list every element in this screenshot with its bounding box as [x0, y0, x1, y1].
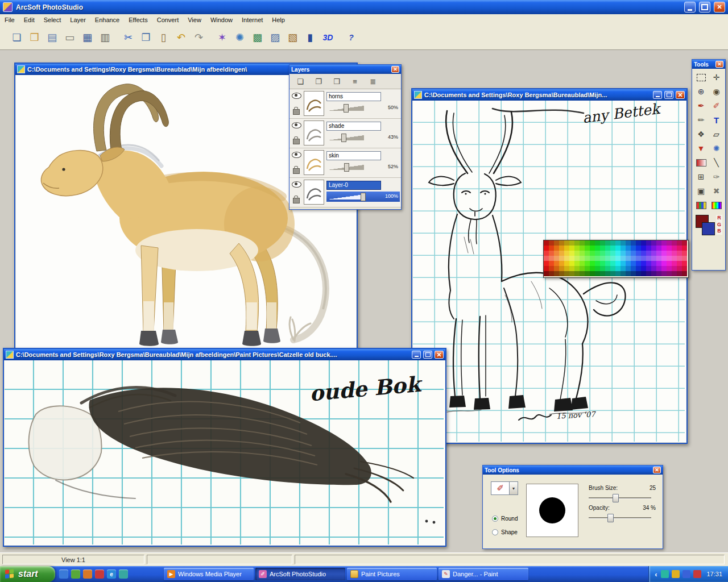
copy-button[interactable]: ❐	[137, 29, 155, 47]
layer-opacity-slider[interactable]: 52%	[326, 162, 400, 172]
palette-color-cell[interactable]	[621, 251, 626, 256]
brush-size-slider-thumb[interactable]	[613, 494, 619, 502]
palette-color-cell[interactable]	[580, 271, 585, 276]
palette-color-cell[interactable]	[559, 266, 564, 271]
palette-color-cell[interactable]	[646, 261, 651, 266]
palette-color-cell[interactable]	[580, 246, 585, 251]
palette-color-cell[interactable]	[682, 256, 687, 261]
palette-color-cell[interactable]	[610, 251, 615, 256]
layer-thumbnail[interactable]	[304, 180, 324, 205]
layer-visibility-icon[interactable]	[292, 93, 301, 99]
rect-select-tool[interactable]	[694, 70, 709, 84]
menu-item-enhance[interactable]: Enhance	[90, 14, 124, 26]
eyedropper-tool[interactable]: ✑	[709, 170, 724, 184]
palette-color-cell[interactable]	[544, 240, 549, 246]
menu-item-help[interactable]: Help	[267, 14, 289, 26]
toolbar[interactable]: ❏❒▤▭▦▥✂❐▯↶↷✶✺▩▨▧▮3D?	[0, 26, 728, 50]
palette-color-cell[interactable]	[549, 240, 554, 246]
palette-color-cell[interactable]	[615, 266, 621, 271]
maximize-button[interactable]	[699, 2, 710, 13]
palette-color-cell[interactable]	[559, 271, 564, 276]
palette-color-cell[interactable]	[621, 240, 626, 246]
palette-color-cell[interactable]	[677, 266, 682, 271]
fill-tool[interactable]: ▼	[694, 142, 709, 155]
quick-launch-2[interactable]	[71, 569, 80, 579]
palette-color-cell[interactable]	[646, 246, 651, 251]
palette-color-cell[interactable]	[610, 266, 615, 271]
palette-color-cell[interactable]	[610, 256, 615, 261]
tray-icon-1[interactable]	[661, 570, 669, 578]
quick-launch-1[interactable]	[59, 569, 68, 579]
quick-launch-3[interactable]	[83, 569, 92, 579]
tool-options-panel[interactable]: Tool Options ✕ ✐ ▼ Brush Size: 25 Opacit…	[482, 465, 663, 549]
palette-color-cell[interactable]	[651, 240, 656, 246]
palette-color-cell[interactable]	[595, 240, 600, 246]
palette-color-cell[interactable]	[549, 261, 554, 266]
palette-color-cell[interactable]	[595, 246, 600, 251]
palette-color-cell[interactable]	[641, 261, 646, 266]
palette-color-cell[interactable]	[605, 256, 610, 261]
chevron-down-icon[interactable]: ▼	[510, 481, 518, 495]
palette-color-cell[interactable]	[569, 246, 574, 251]
layer-visibility-icon[interactable]	[292, 181, 301, 188]
palette-color-cell[interactable]	[631, 271, 636, 276]
menu-item-file[interactable]: File	[0, 14, 19, 26]
palette-color-cell[interactable]	[672, 261, 677, 266]
palette-color-cell[interactable]	[564, 271, 569, 276]
palette-color-cell[interactable]	[564, 246, 569, 251]
palette-color-cell[interactable]	[656, 271, 661, 276]
layer-row-shade[interactable]: shade43%	[289, 119, 401, 148]
palette-color-cell[interactable]	[544, 261, 549, 266]
document-3-titlebar[interactable]: C:\Documents and Settings\Roxy Bergsma\B…	[4, 349, 445, 360]
quick-launch-6[interactable]	[119, 569, 128, 579]
palette-color-cell[interactable]	[585, 240, 590, 246]
palette-color-cell[interactable]	[626, 256, 631, 261]
palette-color-cell[interactable]	[682, 246, 687, 251]
palette-color-cell[interactable]	[682, 240, 687, 246]
move-tool[interactable]: ✛	[709, 70, 724, 84]
palette-color-cell[interactable]	[646, 256, 651, 261]
palette-color-cell[interactable]	[544, 251, 549, 256]
palette-color-cell[interactable]	[600, 246, 605, 251]
crop-tool[interactable]: ⊞	[694, 170, 709, 184]
acquire-button[interactable]: ▭	[61, 29, 78, 47]
macro-button[interactable]: ▮	[301, 29, 319, 47]
palette-color-cell[interactable]	[580, 256, 585, 261]
minimize-button[interactable]	[653, 91, 662, 99]
menu-item-edit[interactable]: Edit	[19, 14, 39, 26]
layer-thumbnail[interactable]	[304, 150, 324, 175]
close-button[interactable]: ✕	[715, 61, 723, 68]
palette-color-cell[interactable]	[667, 240, 672, 246]
palette-color-cell[interactable]	[667, 246, 672, 251]
merge-all-button[interactable]: ≣	[367, 76, 379, 86]
palette-color-cell[interactable]	[636, 246, 641, 251]
palette-color-cell[interactable]	[621, 246, 626, 251]
palette-color-cell[interactable]	[590, 271, 595, 276]
brush-tool[interactable]: ✐	[709, 99, 724, 113]
palette-color-cell[interactable]	[605, 240, 610, 246]
palette-color-cell[interactable]	[651, 261, 656, 266]
palette-color-cell[interactable]	[656, 261, 661, 266]
palette-color-cell[interactable]	[595, 266, 600, 271]
palette-color-cell[interactable]	[661, 256, 667, 261]
palette-color-cell[interactable]	[580, 266, 585, 271]
palette-color-cell[interactable]	[590, 246, 595, 251]
palette-color-cell[interactable]	[585, 271, 590, 276]
round-radio[interactable]	[492, 516, 498, 522]
palette-color-cell[interactable]	[554, 266, 559, 271]
quick-launch-5[interactable]: e	[107, 569, 116, 579]
palette-color-cell[interactable]	[600, 261, 605, 266]
layer-opacity-thumb[interactable]	[344, 163, 349, 172]
paste-as-layer-button[interactable]: ❒	[330, 76, 343, 86]
palette-color-cell[interactable]	[615, 251, 621, 256]
capture-button[interactable]: ▩	[249, 29, 266, 47]
palette-color-cell[interactable]	[590, 266, 595, 271]
redo-button[interactable]: ↷	[190, 29, 208, 47]
menu-item-window[interactable]: Window	[206, 14, 237, 26]
palette-color-cell[interactable]	[595, 256, 600, 261]
palette-color-cell[interactable]	[636, 266, 641, 271]
palette-color-cell[interactable]	[585, 246, 590, 251]
palette-color-cell[interactable]	[569, 266, 574, 271]
palette-color-cell[interactable]	[554, 246, 559, 251]
palette-color-cell[interactable]	[621, 266, 626, 271]
